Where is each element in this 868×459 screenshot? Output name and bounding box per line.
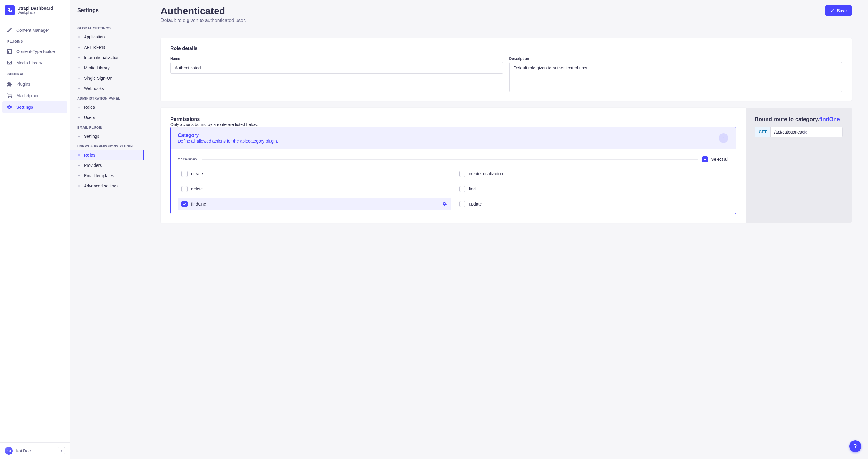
settings-webhooks[interactable]: Webhooks xyxy=(70,83,144,94)
svg-rect-0 xyxy=(7,50,11,54)
route-path: /api/categories/:id xyxy=(770,127,842,137)
permission-delete[interactable]: delete xyxy=(178,183,451,195)
page-subtitle: Default role given to authenticated user… xyxy=(161,18,246,23)
permission-find[interactable]: find xyxy=(456,183,728,195)
nav-plugins[interactable]: Plugins xyxy=(2,78,67,90)
accordion-subtitle: Define all allowed actions for the api::… xyxy=(178,139,278,143)
settings-section-email: Email Plugin xyxy=(70,123,144,131)
collapse-nav-button[interactable] xyxy=(58,447,65,455)
settings-up-providers[interactable]: Providers xyxy=(70,160,144,170)
role-details-card: Role details Name Description xyxy=(161,38,851,100)
settings-item-label: Roles xyxy=(84,105,95,109)
nav-user[interactable]: KD Kai Doe xyxy=(5,447,31,455)
accordion-title: Category xyxy=(178,133,278,138)
permission-label: findOne xyxy=(191,202,206,206)
settings-up-advanced[interactable]: Advanced settings xyxy=(70,181,144,191)
permissions-accordion: Category Define all allowed actions for … xyxy=(170,127,736,214)
permission-label: create xyxy=(191,171,203,176)
page-title: Authenticated xyxy=(161,5,246,17)
settings-internationalization[interactable]: Internationalization xyxy=(70,53,144,63)
name-input[interactable] xyxy=(170,62,503,73)
settings-up-roles[interactable]: Roles xyxy=(70,150,144,160)
user-name: Kai Doe xyxy=(16,449,31,453)
nav-content-manager[interactable]: Content Manager xyxy=(2,25,67,36)
select-all-label: Select all xyxy=(711,157,728,162)
help-button[interactable]: ? xyxy=(849,440,861,452)
settings-admin-roles[interactable]: Roles xyxy=(70,102,144,112)
check-icon xyxy=(830,8,834,13)
nav-content-type-builder[interactable]: Content-Type Builder xyxy=(2,46,67,57)
settings-item-label: Media Library xyxy=(84,65,110,70)
settings-sso[interactable]: Single Sign-On xyxy=(70,73,144,83)
chevron-up-icon xyxy=(719,133,728,143)
role-details-heading: Role details xyxy=(170,46,842,51)
settings-section-admin: Administration Panel xyxy=(70,94,144,102)
permission-checkbox[interactable] xyxy=(182,186,188,192)
permission-checkbox[interactable] xyxy=(459,201,465,207)
settings-api-tokens[interactable]: API Tokens xyxy=(70,42,144,53)
nav-item-label: Settings xyxy=(17,105,33,109)
permission-checkbox[interactable] xyxy=(182,171,188,177)
settings-item-label: Single Sign-On xyxy=(84,76,113,80)
strapi-logo xyxy=(5,5,14,15)
svg-point-3 xyxy=(8,98,9,98)
permission-createLocalization[interactable]: createLocalization xyxy=(456,168,728,180)
permission-checkbox[interactable] xyxy=(182,201,188,207)
permission-create[interactable]: create xyxy=(178,168,451,180)
svg-point-2 xyxy=(8,62,9,63)
nav-marketplace[interactable]: Marketplace xyxy=(2,90,67,101)
save-button[interactable]: Save xyxy=(825,5,851,16)
permission-update[interactable]: update xyxy=(456,198,728,210)
settings-application[interactable]: Application xyxy=(70,32,144,42)
settings-item-label: Internationalization xyxy=(84,55,120,60)
settings-section-global: Global Settings xyxy=(70,23,144,32)
gear-icon[interactable] xyxy=(442,201,447,207)
permissions-card: Permissions Only actions bound by a rout… xyxy=(161,108,746,223)
nav-item-label: Content-Type Builder xyxy=(17,49,56,54)
settings-media-library[interactable]: Media Library xyxy=(70,63,144,73)
nav-item-label: Plugins xyxy=(17,82,30,87)
permission-checkbox[interactable] xyxy=(459,171,465,177)
bound-route-heading: Bound route to category.findOne xyxy=(755,116,842,123)
description-label: Description xyxy=(509,57,842,61)
main-nav: Strapi Dashboard Workplace Content Manag… xyxy=(0,0,70,459)
settings-nav: Settings Global Settings Application API… xyxy=(70,0,144,459)
nav-header: Strapi Dashboard Workplace xyxy=(0,0,70,21)
permissions-subtext: Only actions bound by a route are listed… xyxy=(170,122,736,127)
settings-up-email-templates[interactable]: Email templates xyxy=(70,170,144,181)
question-icon: ? xyxy=(854,443,857,450)
nav-item-label: Media Library xyxy=(17,61,42,65)
nav-section-plugins: Plugins xyxy=(2,36,67,46)
settings-item-label: Settings xyxy=(84,134,99,139)
permission-label: find xyxy=(469,187,476,191)
nav-media-library[interactable]: Media Library xyxy=(2,57,67,69)
group-label: Category xyxy=(178,158,197,161)
nav-section-general: General xyxy=(2,69,67,78)
settings-email-settings[interactable]: Settings xyxy=(70,131,144,141)
main-content: Authenticated Default role given to auth… xyxy=(144,0,868,459)
bound-route-panel: Bound route to category.findOne GET /api… xyxy=(746,108,851,223)
settings-item-label: Advanced settings xyxy=(84,184,119,188)
accordion-header[interactable]: Category Define all allowed actions for … xyxy=(170,127,736,149)
description-input[interactable] xyxy=(509,62,842,92)
settings-title: Settings xyxy=(70,7,144,17)
permissions-heading: Permissions xyxy=(170,116,736,122)
settings-item-label: Application xyxy=(84,34,105,39)
settings-item-label: Webhooks xyxy=(84,86,104,91)
settings-item-label: Users xyxy=(84,115,95,120)
permission-findOne[interactable]: findOne xyxy=(178,198,451,210)
settings-item-label: Providers xyxy=(84,163,102,168)
settings-admin-users[interactable]: Users xyxy=(70,112,144,123)
svg-point-4 xyxy=(11,98,11,98)
settings-section-users-permissions: Users & Permissions Plugin xyxy=(70,141,144,150)
permission-checkbox[interactable] xyxy=(459,186,465,192)
permission-label: createLocalization xyxy=(469,171,503,176)
app-name: Strapi Dashboard xyxy=(18,6,53,10)
avatar: KD xyxy=(5,447,13,455)
settings-item-label: Email templates xyxy=(84,173,114,178)
select-all-checkbox[interactable] xyxy=(702,156,708,162)
divider xyxy=(77,17,85,17)
divider xyxy=(202,159,698,160)
nav-settings[interactable]: Settings xyxy=(2,101,67,113)
permission-label: update xyxy=(469,202,482,206)
